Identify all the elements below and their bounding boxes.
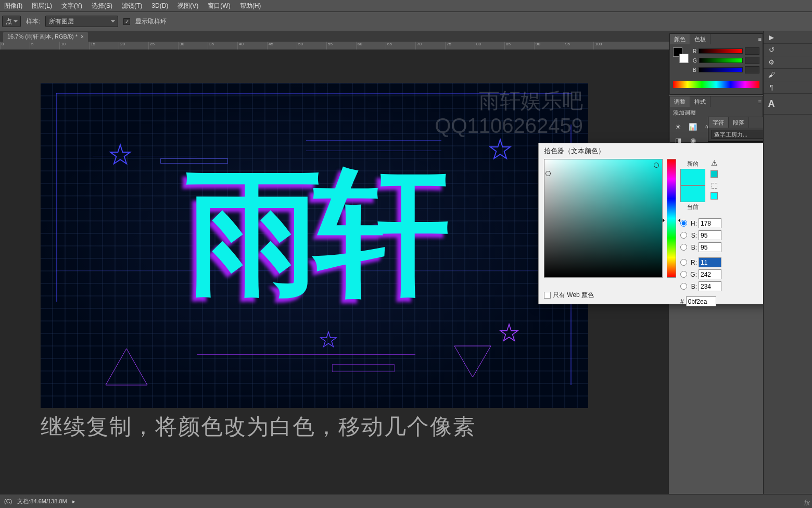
- hex-prefix: #: [680, 298, 684, 305]
- show-ring-checkbox[interactable]: ✓: [123, 18, 130, 25]
- levels-icon[interactable]: 📊: [688, 122, 698, 131]
- websafe-swatch[interactable]: [710, 192, 718, 200]
- watermark: 雨轩娱乐吧 QQ1106262459: [435, 88, 583, 138]
- new-label: 新的: [687, 160, 699, 168]
- cube-icon[interactable]: ⬚: [711, 181, 718, 189]
- current-label: 当前: [687, 203, 699, 211]
- web-only-checkbox[interactable]: [544, 292, 551, 299]
- s-input[interactable]: [699, 230, 721, 240]
- tutorial-subtitle: 继续复制，将颜色改为白色，移动几个像素: [41, 412, 485, 441]
- menu-help[interactable]: 帮助(H): [240, 2, 261, 10]
- menu-text[interactable]: 文字(Y): [61, 2, 82, 10]
- triangle-icon: [103, 346, 150, 388]
- color-panel: 颜色 色板 ≡ R G B: [669, 33, 763, 95]
- s-radio[interactable]: [680, 232, 687, 239]
- hue-strip[interactable]: [673, 81, 759, 88]
- menu-select[interactable]: 选择(S): [92, 2, 112, 10]
- g-slider[interactable]: [699, 58, 743, 63]
- menu-bar: 图像(I) 图层(L) 文字(Y) 选择(S) 滤镜(T) 3D(D) 视图(V…: [0, 0, 812, 11]
- menu-view[interactable]: 视图(V): [177, 2, 198, 10]
- document-tab-label: 16.7% (雨轩 副本, RGB/8) *: [7, 33, 78, 41]
- b-radio[interactable]: [680, 244, 687, 251]
- hue-slider[interactable]: [667, 159, 676, 278]
- gamut-warning-icon[interactable]: ⚠: [711, 159, 718, 167]
- gear-icon[interactable]: ⚙: [767, 58, 776, 67]
- adjustments-tab[interactable]: 调整: [670, 96, 690, 107]
- paragraph-icon: ¶: [767, 83, 776, 92]
- h-radio[interactable]: [680, 220, 687, 227]
- menu-layer[interactable]: 图层(L): [32, 2, 52, 10]
- star-icon: [499, 323, 519, 343]
- canvas[interactable]: 雨轩 雨轩 雨轩娱乐吧 QQ1106262459: [41, 83, 588, 408]
- b-input[interactable]: [745, 66, 759, 73]
- brush-icon[interactable]: 🖌: [767, 70, 776, 80]
- text-a-icon[interactable]: A: [767, 100, 776, 109]
- web-only-label: 只有 Web 颜色: [553, 291, 594, 300]
- fg-bg-swatch[interactable]: [673, 47, 689, 63]
- b-slider[interactable]: [699, 67, 743, 72]
- resize-corner-icon[interactable]: fx: [804, 499, 810, 507]
- play-icon[interactable]: ▶: [767, 33, 776, 42]
- sample-mode-dropdown[interactable]: 点: [2, 16, 21, 27]
- swatches-tab[interactable]: 色板: [690, 34, 710, 44]
- styles-tab[interactable]: 样式: [690, 96, 710, 107]
- gamut-swatch[interactable]: [710, 170, 718, 178]
- saturation-value-field[interactable]: [544, 159, 663, 278]
- b2-input-picker[interactable]: [699, 281, 721, 291]
- r-slider[interactable]: [699, 48, 743, 54]
- ruler-tick: 0: [0, 42, 30, 49]
- menu-image[interactable]: 图像(I): [4, 2, 22, 10]
- menu-3d[interactable]: 3D(D): [151, 2, 168, 9]
- canvas-text: 雨轩 雨轩: [186, 165, 442, 300]
- show-ring-label: 显示取样环: [135, 17, 167, 26]
- triangle-icon: [452, 343, 493, 380]
- star-icon: [108, 143, 132, 167]
- color-tab[interactable]: 颜色: [670, 34, 690, 44]
- new-color-swatch: [680, 169, 705, 185]
- paragraph-tab[interactable]: 段落: [729, 117, 749, 128]
- h-input[interactable]: [699, 218, 721, 228]
- b2-radio[interactable]: [680, 283, 687, 290]
- brightness-icon[interactable]: ☀: [673, 122, 683, 131]
- right-icon-bar: ▶ ↺ ⚙ 🖌 ¶ A: [763, 31, 812, 494]
- g-radio[interactable]: [680, 271, 687, 278]
- star-icon: [319, 330, 338, 349]
- sample-label: 样本:: [26, 17, 40, 26]
- hex-input[interactable]: [686, 296, 716, 306]
- r-input-picker[interactable]: [699, 257, 721, 267]
- r-input[interactable]: [745, 47, 759, 55]
- sample-layers-dropdown[interactable]: 所有图层: [45, 16, 118, 27]
- menu-window[interactable]: 窗口(W): [208, 2, 230, 10]
- options-bar: 点 样本: 所有图层 ✓ 显示取样环: [0, 11, 812, 31]
- doc-size: 84.6M/138.8M: [30, 498, 67, 504]
- status-bar: (C) 文档:84.6M/138.8M ▸ fx: [0, 494, 812, 508]
- character-tab[interactable]: 字符: [708, 117, 729, 128]
- history-icon[interactable]: ↺: [767, 45, 776, 55]
- r-radio[interactable]: [680, 259, 687, 266]
- panel-menu-icon[interactable]: ≡: [756, 36, 763, 42]
- b-input[interactable]: [699, 242, 721, 252]
- current-color-swatch[interactable]: [680, 185, 705, 202]
- panel-menu-icon[interactable]: ≡: [756, 98, 763, 105]
- sv-cursor-selected: [654, 163, 659, 168]
- status-dropdown-icon[interactable]: ▸: [72, 498, 75, 505]
- g-input[interactable]: [745, 57, 759, 64]
- document-tab[interactable]: 16.7% (雨轩 副本, RGB/8) * ×: [3, 32, 88, 42]
- g-input-picker[interactable]: [699, 269, 721, 279]
- sv-cursor: [545, 171, 551, 176]
- menu-filter[interactable]: 滤镜(T): [122, 2, 142, 10]
- copyright-label: (C): [4, 498, 12, 504]
- close-tab-icon[interactable]: ×: [81, 34, 84, 40]
- star-icon: [488, 138, 512, 162]
